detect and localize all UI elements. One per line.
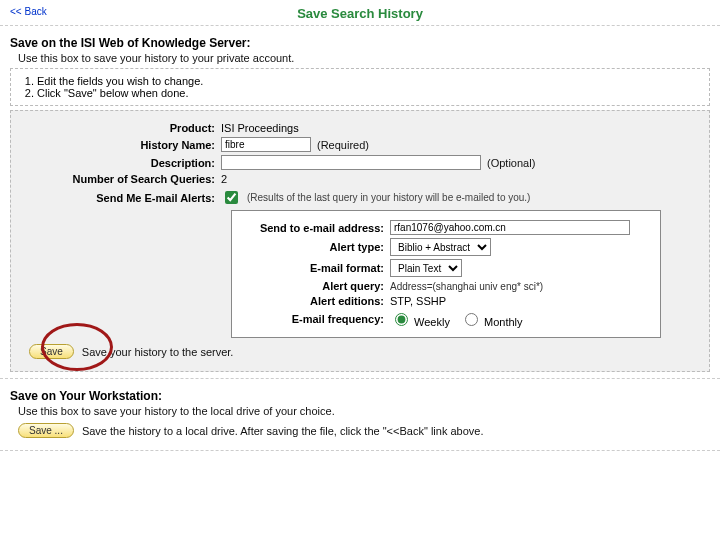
workstation-heading: Save on Your Workstation: [10,389,710,403]
label-email-format: E-mail format: [240,262,390,274]
save-workstation-button[interactable]: Save ... [18,423,74,438]
freq-monthly-option[interactable]: Monthly [460,310,523,328]
label-send-alerts: Send Me E-mail Alerts: [21,192,221,204]
optional-hint: (Optional) [487,157,535,169]
label-alert-editions: Alert editions: [240,295,390,307]
send-to-input[interactable] [390,220,630,235]
required-hint: (Required) [317,139,369,151]
form-area: Product: ISI Proceedings History Name: (… [10,110,710,372]
instruction-1: Edit the fields you wish to change. [37,75,699,87]
email-format-select[interactable]: Plain Text [390,259,462,277]
freq-weekly-option[interactable]: Weekly [390,310,450,328]
instruction-2: Click "Save" below when done. [37,87,699,99]
save-server-button[interactable]: Save [29,344,74,359]
value-alert-query: Address=(shanghai univ eng* sci*) [390,281,543,292]
label-history-name: History Name: [21,139,221,151]
workstation-save-section: Save on Your Workstation: Use this box t… [0,379,720,451]
alert-settings-box: Send to e-mail address: Alert type: Bibl… [231,210,661,338]
back-link[interactable]: << Back [10,6,47,17]
label-alert-type: Alert type: [240,241,390,253]
label-email-freq: E-mail frequency: [240,313,390,325]
label-description: Description: [21,157,221,169]
page-title: Save Search History [10,6,710,21]
freq-weekly-radio[interactable] [395,313,408,326]
label-product: Product: [21,122,221,134]
value-alert-editions: STP, SSHP [390,295,446,307]
instructions-box: Edit the fields you wish to change. Clic… [10,68,710,106]
save-server-hint: Save your history to the server. [82,346,234,358]
alert-type-select[interactable]: Biblio + Abstract [390,238,491,256]
label-num-queries: Number of Search Queries: [21,173,221,185]
freq-monthly-radio[interactable] [465,313,478,326]
history-name-input[interactable] [221,137,311,152]
server-heading: Save on the ISI Web of Knowledge Server: [10,36,710,50]
server-sub: Use this box to save your history to you… [18,52,710,64]
save-workstation-hint: Save the history to a local drive. After… [82,425,484,437]
label-alert-query: Alert query: [240,280,390,292]
alerts-hint: (Results of the last query in your histo… [247,192,530,203]
value-product: ISI Proceedings [221,122,699,134]
server-save-section: Save on the ISI Web of Knowledge Server:… [0,26,720,379]
send-alerts-checkbox[interactable] [225,191,238,204]
description-input[interactable] [221,155,481,170]
workstation-sub: Use this box to save your history to the… [18,405,710,417]
label-send-to: Send to e-mail address: [240,222,390,234]
value-num-queries: 2 [221,173,699,185]
